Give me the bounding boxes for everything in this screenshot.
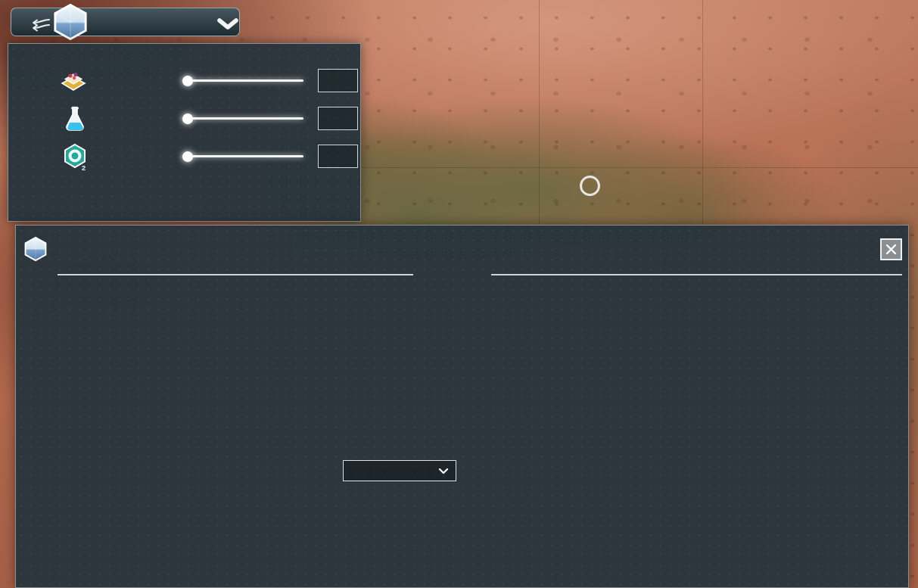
- divider: [58, 274, 413, 275]
- close-icon: [882, 240, 901, 259]
- demand-production-chart: [455, 285, 767, 515]
- demand-production-stats: [765, 285, 909, 305]
- allocation-row-label: [54, 62, 173, 100]
- chevron-down-icon[interactable]: [216, 17, 240, 31]
- stock-chart: [39, 285, 338, 515]
- slider-knob[interactable]: [182, 76, 193, 86]
- game-screen: 2: [0, 0, 918, 588]
- chevron-down-icon: [438, 468, 449, 474]
- slider-knob[interactable]: [182, 151, 193, 162]
- oxygen-release-manufacturing-slider[interactable]: [182, 151, 303, 163]
- allocation-row-research: [8, 100, 360, 138]
- info-icon[interactable]: [580, 176, 600, 196]
- scale-dropdown[interactable]: [343, 460, 456, 481]
- allocation-titlebar[interactable]: [11, 8, 240, 36]
- allocation-row-label: [54, 100, 173, 138]
- allocation-row-oxygen: 2: [8, 138, 360, 176]
- slider-track[interactable]: [182, 79, 303, 82]
- routes-flow-icon: [28, 15, 51, 32]
- slider-knob[interactable]: [182, 114, 193, 124]
- water-resource-icon: [23, 236, 48, 262]
- scale-control: [343, 450, 456, 481]
- food-manufacturing-slider[interactable]: [182, 75, 303, 87]
- stock-demand-panel: [15, 225, 909, 588]
- close-button[interactable]: [880, 238, 902, 260]
- slider-track[interactable]: [182, 117, 303, 120]
- research-points-manufacturing-slider[interactable]: [182, 113, 303, 125]
- research-points-manufacturing-value: [318, 107, 358, 130]
- divider: [491, 274, 902, 275]
- allocation-row-food: [8, 62, 360, 100]
- allocation-row-label: [54, 138, 173, 176]
- allocation-panel: 2: [8, 43, 361, 222]
- water-resource-icon: [52, 4, 89, 40]
- food-manufacturing-value: [318, 69, 358, 92]
- slider-track[interactable]: [182, 155, 303, 157]
- oxygen-release-manufacturing-value: [318, 145, 358, 168]
